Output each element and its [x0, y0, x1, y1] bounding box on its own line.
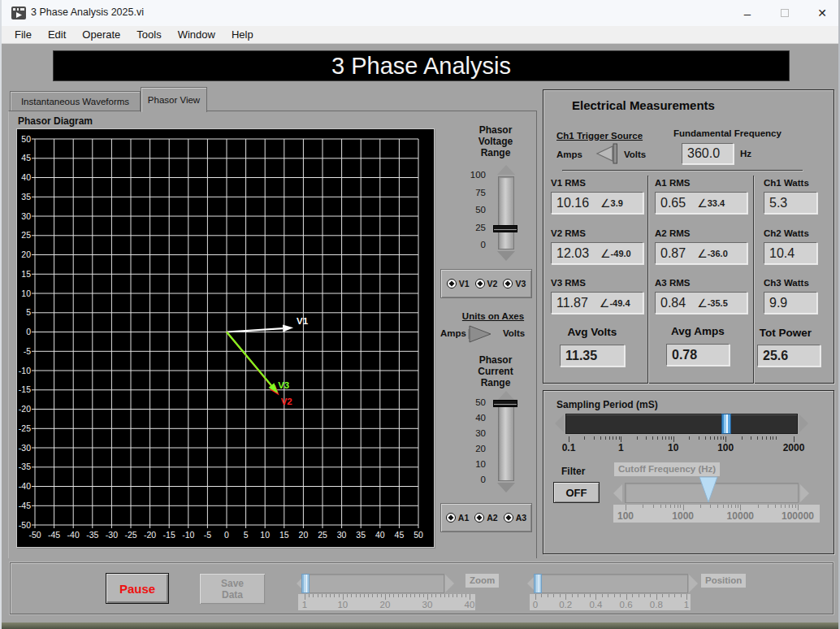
menu-item-help[interactable]: Help [223, 26, 262, 44]
minor-tick [372, 594, 373, 597]
maximize-button[interactable] [769, 0, 801, 26]
major-tick [565, 594, 566, 600]
minor-tick [613, 436, 613, 440]
svg-text:-40: -40 [19, 481, 31, 491]
radio-a1[interactable]: A1 [446, 513, 469, 523]
menu-item-file[interactable]: File [6, 26, 40, 44]
svg-text:45: 45 [395, 530, 405, 540]
pause-button[interactable]: Pause [106, 573, 169, 604]
scale-tick-label: 0 [533, 600, 538, 609]
sampling-left-arrow[interactable] [555, 414, 564, 432]
radio-icon [446, 513, 456, 523]
minor-tick [717, 505, 718, 508]
scale-tick-label: 0 [450, 475, 486, 484]
svg-text:20: 20 [299, 530, 309, 540]
scale-tick-label: 100 [717, 442, 734, 453]
minor-tick [431, 594, 432, 597]
svg-text:-10: -10 [182, 530, 194, 540]
radio-a3[interactable]: A3 [504, 513, 526, 523]
minor-tick [351, 594, 352, 597]
radio-a2[interactable]: A2 [474, 513, 497, 523]
menu-item-window[interactable]: Window [170, 26, 223, 44]
a2-rms-value: 0.87∠-36.0 [655, 242, 747, 264]
menu-item-tools[interactable]: Tools [128, 26, 169, 44]
tab-instantaneous-waveforms[interactable]: Instantaneous Waveforms [10, 91, 141, 111]
scale-tick-label: 30 [422, 600, 432, 609]
minor-tick [762, 436, 763, 440]
radio-v3[interactable]: V3 [503, 279, 526, 288]
units-switch[interactable] [467, 324, 493, 344]
current-range-handle[interactable] [493, 400, 517, 407]
zoom-label: Zoom [465, 574, 499, 588]
voltage-range-up-arrow[interactable] [497, 165, 515, 175]
minor-tick [705, 436, 706, 440]
minor-tick [419, 594, 420, 597]
minor-tick [584, 594, 585, 597]
sampling-handle[interactable] [721, 414, 731, 434]
voltage-range-handle[interactable] [493, 225, 517, 232]
cutoff-right-arrow[interactable] [800, 484, 809, 502]
sampling-track[interactable] [565, 414, 798, 434]
tot-power-label: Tot Power [744, 327, 827, 339]
position-right-arrow[interactable] [689, 575, 698, 592]
position-scale: 00.20.40.60.81 [530, 594, 691, 610]
ch3-watts-value: 9.9 [764, 292, 817, 314]
major-tick [725, 436, 726, 442]
tab-phasor-view[interactable]: Phasor View [141, 87, 207, 112]
divider-horizontal [562, 170, 803, 171]
cutoff-pointer[interactable] [698, 475, 719, 504]
measurements-title: Electrical Measurements [572, 98, 715, 112]
minor-tick [674, 505, 675, 508]
voltage-range-rail[interactable] [498, 176, 514, 249]
minor-tick [757, 436, 758, 440]
avg-amps-value: 0.78 [666, 344, 730, 366]
minor-tick [614, 594, 615, 597]
minor-tick [751, 436, 751, 440]
svg-text:10: 10 [21, 288, 31, 298]
position-handle[interactable] [534, 574, 542, 593]
minor-tick [590, 594, 591, 597]
zoom-handle[interactable] [301, 574, 310, 593]
minor-tick [639, 594, 639, 597]
menu-item-operate[interactable]: Operate [74, 26, 128, 44]
major-tick [626, 505, 626, 510]
position-track[interactable] [539, 574, 688, 593]
zoom-track[interactable] [308, 574, 444, 593]
minor-tick [461, 594, 462, 597]
zoom-right-arrow[interactable] [445, 575, 454, 592]
minor-tick [632, 594, 633, 597]
radio-v2[interactable]: V2 [475, 279, 498, 288]
minor-tick [789, 505, 790, 508]
minor-tick [768, 505, 769, 508]
trigger-source-switch[interactable] [594, 142, 621, 165]
avg-volts-label: Avg Volts [551, 326, 634, 338]
minor-tick [402, 594, 403, 597]
minor-tick [775, 505, 776, 508]
voltage-channel-group: V1V2V3 [440, 269, 532, 298]
scale-tick-label: 25 [450, 223, 486, 232]
filter-off-button[interactable]: OFF [553, 482, 600, 503]
close-button[interactable]: ✕ [806, 0, 838, 26]
svg-text:25: 25 [21, 230, 31, 240]
minor-tick [785, 505, 786, 508]
sampling-right-arrow[interactable] [799, 414, 808, 432]
minor-tick [776, 436, 777, 440]
save-data-button[interactable]: SaveData [199, 573, 266, 605]
current-range-down-arrow[interactable] [497, 483, 515, 492]
minor-tick [609, 436, 610, 440]
svg-text:-15: -15 [163, 530, 175, 540]
minor-tick [452, 594, 453, 597]
menu-item-edit[interactable]: Edit [40, 26, 74, 44]
scale-tick-label: 10000 [727, 510, 754, 522]
current-range-rail[interactable] [498, 402, 514, 481]
minor-tick [448, 594, 449, 597]
cutoff-left-arrow[interactable] [613, 484, 622, 502]
svg-text:5: 5 [244, 530, 249, 540]
filter-label: Filter [561, 466, 585, 477]
minor-tick [389, 594, 390, 597]
radio-v1[interactable]: V1 [447, 279, 470, 288]
minimize-button[interactable]: – [731, 0, 764, 26]
minor-tick [313, 594, 314, 597]
voltage-range-down-arrow[interactable] [497, 251, 515, 261]
minor-tick [714, 436, 715, 440]
